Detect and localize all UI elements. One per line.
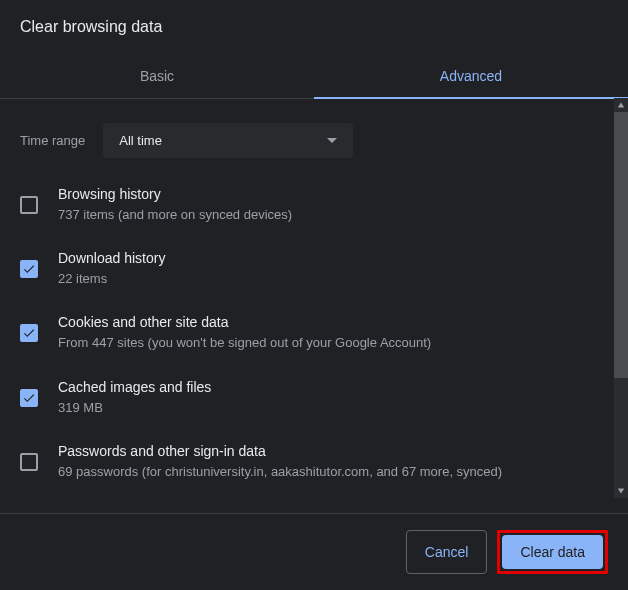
dialog-title: Clear browsing data	[0, 0, 628, 46]
option-title: Cached images and files	[58, 379, 608, 395]
check-icon	[22, 262, 36, 276]
scrollbar-track[interactable]	[614, 98, 628, 498]
cancel-button[interactable]: Cancel	[406, 530, 488, 574]
check-icon	[22, 391, 36, 405]
option-title: Browsing history	[58, 186, 608, 202]
option-title: Cookies and other site data	[58, 314, 608, 330]
tab-advanced[interactable]: Advanced	[314, 54, 628, 98]
option-text: Passwords and other sign-in data 69 pass…	[58, 443, 608, 481]
tabs: Basic Advanced	[0, 54, 628, 99]
option-subtitle: 22 items	[58, 270, 608, 288]
dialog-content: Time range All time Browsing history 737…	[0, 99, 628, 513]
highlight-box: Clear data	[497, 530, 608, 574]
option-subtitle: 69 passwords (for christuniversity.in, a…	[58, 463, 608, 481]
time-range-dropdown[interactable]: All time	[103, 123, 353, 158]
option-text: Cookies and other site data From 447 sit…	[58, 314, 608, 352]
checkbox-passwords[interactable]	[20, 453, 38, 471]
option-list: Browsing history 737 items (and more on …	[20, 186, 608, 481]
time-range-selected: All time	[119, 133, 162, 148]
option-browsing-history: Browsing history 737 items (and more on …	[20, 186, 608, 224]
time-range-label: Time range	[20, 133, 85, 148]
tab-basic[interactable]: Basic	[0, 54, 314, 98]
option-subtitle: 319 MB	[58, 399, 608, 417]
option-cached: Cached images and files 319 MB	[20, 379, 608, 417]
option-cookies: Cookies and other site data From 447 sit…	[20, 314, 608, 352]
chevron-down-icon	[327, 138, 337, 143]
option-passwords: Passwords and other sign-in data 69 pass…	[20, 443, 608, 481]
checkbox-download-history[interactable]	[20, 260, 38, 278]
scrollbar-up-icon[interactable]	[614, 98, 628, 112]
scrollbar-down-icon[interactable]	[614, 484, 628, 498]
option-title: Passwords and other sign-in data	[58, 443, 608, 459]
dialog-footer: Cancel Clear data	[0, 513, 628, 590]
time-range-row: Time range All time	[20, 123, 608, 158]
scrollbar-thumb[interactable]	[614, 98, 628, 378]
option-title: Download history	[58, 250, 608, 266]
option-subtitle: From 447 sites (you won't be signed out …	[58, 334, 608, 352]
option-text: Cached images and files 319 MB	[58, 379, 608, 417]
clear-data-button[interactable]: Clear data	[502, 535, 603, 569]
option-subtitle: 737 items (and more on synced devices)	[58, 206, 608, 224]
option-text: Download history 22 items	[58, 250, 608, 288]
checkbox-cached[interactable]	[20, 389, 38, 407]
checkbox-cookies[interactable]	[20, 324, 38, 342]
option-download-history: Download history 22 items	[20, 250, 608, 288]
option-text: Browsing history 737 items (and more on …	[58, 186, 608, 224]
checkbox-browsing-history[interactable]	[20, 196, 38, 214]
check-icon	[22, 326, 36, 340]
clear-browsing-data-dialog: Clear browsing data Basic Advanced Time …	[0, 0, 628, 590]
